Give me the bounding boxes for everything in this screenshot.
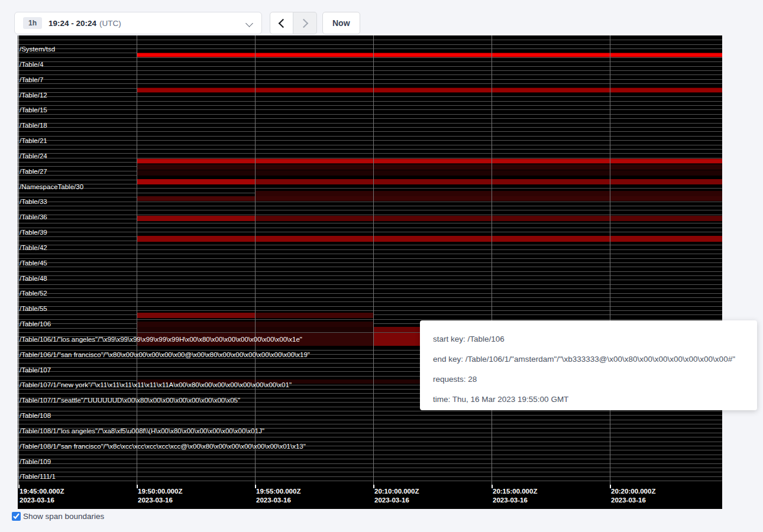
heatmap-band (255, 196, 722, 202)
span-boundary-line (18, 481, 722, 481)
key-visualizer-heatmap[interactable]: /System/tsd/Table/4/Table/7/Table/12/Tab… (18, 35, 722, 509)
next-time-button[interactable] (293, 12, 317, 34)
axis-label: 20:10:00.000Z2023-03-16 (374, 487, 419, 505)
span-boundary-line (18, 437, 722, 437)
heatmap-tooltip: start key: /Table/106 end key: /Table/10… (420, 320, 757, 410)
row-label: /Table/107/1/"seattle"/"UUUUUUD\x00\x80\… (20, 396, 240, 404)
row-label: /Table/107/1/"new york"/"\x11\x11\x11\x1… (20, 381, 292, 389)
time-gridline (610, 35, 610, 485)
span-boundary-line (18, 228, 722, 228)
footer: Show span boundaries (12, 512, 104, 521)
axis-label: 19:55:00.000Z2023-03-16 (256, 487, 300, 505)
tooltip-requests: requests: 28 (433, 369, 744, 390)
row-label: /Table/55 (20, 304, 47, 313)
span-boundary-line (18, 145, 722, 145)
row-label: /Table/42 (20, 244, 47, 252)
chevron-right-icon (299, 18, 309, 28)
span-boundary-line (18, 202, 722, 202)
heatmap-band (137, 170, 722, 176)
row-label: /Table/108/1/"san francisco"/"\x8c\xcc\x… (20, 442, 306, 450)
span-boundary-line (18, 245, 722, 245)
heatmap-band (137, 313, 255, 318)
span-boundary-line (18, 136, 722, 137)
heatmap-band (137, 216, 255, 221)
span-boundary-line (18, 131, 722, 132)
span-boundary-line (18, 472, 722, 472)
row-label: /Table/18 (20, 121, 47, 129)
heatmap-band (137, 236, 722, 242)
row-label: /Table/106 (20, 320, 51, 328)
span-boundary-line (18, 310, 722, 311)
span-boundary-line (18, 297, 722, 298)
row-label: /Table/12 (20, 91, 47, 99)
span-boundary-line (18, 411, 722, 411)
span-boundary-line (18, 206, 722, 206)
chevron-left-icon (278, 18, 287, 28)
row-label: /NamespaceTable/30 (20, 183, 83, 191)
time-range-timezone: (UTC) (99, 19, 121, 28)
span-boundary-line (18, 74, 722, 75)
span-boundary-line (18, 44, 722, 45)
span-boundary-line (18, 114, 722, 115)
span-boundary-line (18, 254, 722, 254)
toolbar: 1h 19:24 - 20:24 (UTC) Now (0, 0, 763, 35)
span-boundary-line (18, 40, 722, 40)
span-boundary-line (18, 288, 722, 289)
span-boundary-line (18, 420, 722, 420)
span-boundary-line (18, 232, 722, 232)
heatmap-band (137, 87, 722, 93)
span-boundary-line (18, 275, 722, 276)
show-span-boundaries-checkbox[interactable] (12, 512, 21, 521)
span-boundary-line (18, 223, 722, 223)
span-boundary-line (18, 415, 722, 416)
tooltip-time: time: Thu, 16 Mar 2023 19:55:00 GMT (433, 390, 744, 410)
span-boundary-line (18, 424, 722, 424)
span-boundary-line (18, 262, 722, 263)
span-boundary-line (18, 188, 722, 189)
span-boundary-line (18, 48, 722, 49)
span-boundary-line (18, 66, 722, 67)
chevron-down-icon (245, 20, 253, 27)
span-boundary-line (18, 140, 722, 141)
heatmap-band (137, 196, 255, 202)
row-label: /Table/48 (20, 274, 47, 283)
span-boundary-line (18, 215, 722, 215)
span-boundary-line (18, 96, 722, 97)
row-label: /Table/39 (20, 228, 47, 236)
heatmap-band (137, 164, 722, 170)
span-boundary-line (18, 123, 722, 124)
span-boundary-line (18, 83, 722, 84)
span-boundary-line (18, 61, 722, 62)
now-button[interactable]: Now (322, 12, 360, 34)
row-label: /Table/27 (20, 167, 47, 176)
span-boundary-line (18, 258, 722, 259)
row-label: /Table/33 (20, 197, 47, 206)
prev-time-button[interactable] (270, 12, 293, 34)
row-label: /Table/45 (20, 259, 47, 267)
row-label: /Table/24 (20, 152, 47, 160)
time-range-preset-badge: 1h (23, 17, 42, 29)
show-span-boundaries-label: Show span boundaries (23, 512, 104, 521)
row-label: /Table/106/1/"san francisco"/"\x80\x00\x… (20, 351, 310, 359)
heatmap-band (137, 158, 722, 164)
row-label: /Table/111/1 (20, 472, 56, 481)
time-nav-group (270, 12, 317, 34)
time-range-select[interactable]: 1h 19:24 - 20:24 (UTC) (14, 12, 262, 34)
axis-label: 19:50:00.000Z2023-03-16 (138, 487, 182, 505)
span-boundary-line (18, 284, 722, 285)
span-boundary-line (18, 210, 722, 210)
axis-label: 20:15:00.000Z2023-03-16 (493, 487, 537, 505)
heatmap-band (255, 179, 722, 184)
heatmap-band (255, 216, 722, 221)
span-boundary-line (18, 79, 722, 80)
span-boundary-line (18, 463, 722, 464)
time-gridline (255, 35, 256, 485)
span-boundary-line (18, 459, 722, 459)
tooltip-start-key: start key: /Table/106 (433, 329, 744, 349)
row-label: /Table/4 (20, 60, 43, 69)
row-label: /Table/108 (20, 411, 51, 420)
axis-label: 20:20:00.000Z2023-03-16 (611, 487, 655, 505)
row-label: /Table/21 (20, 137, 47, 145)
span-boundary-line (18, 306, 722, 307)
row-label: /Table/107 (20, 366, 51, 374)
